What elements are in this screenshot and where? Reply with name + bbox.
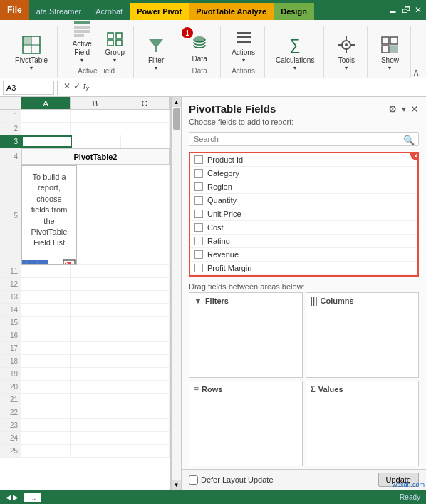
list-item[interactable]: Profit Margin [190, 262, 417, 275]
panel-settings-icon[interactable]: ⚙ [388, 103, 398, 115]
cell-a3[interactable] [21, 135, 72, 148]
scroll-up-btn[interactable]: ▲ [172, 97, 181, 107]
filter-drag-icon: ▼ [194, 296, 202, 306]
cell-b5[interactable] [77, 165, 123, 265]
list-item[interactable]: Unit Price [190, 207, 417, 221]
sheet-next-icon[interactable]: ▶ [13, 493, 19, 501]
table-row: 15 [0, 317, 170, 329]
tab-power-pivot[interactable]: Power Pivot [130, 3, 189, 20]
field-checkbox-quantity[interactable] [194, 196, 203, 205]
col-header-c[interactable]: C [120, 97, 170, 109]
confirm-formula-icon[interactable]: ✓ [73, 81, 80, 93]
svg-rect-16 [237, 41, 251, 43]
scroll-track[interactable] [172, 107, 181, 480]
svg-rect-27 [21, 260, 48, 265]
table-row: 14 [0, 304, 170, 317]
cell-a2[interactable] [21, 123, 71, 135]
table-row: 23 [0, 419, 170, 432]
filter-button[interactable]: Filter ▾ [141, 31, 171, 73]
close-icon[interactable]: ✕ [415, 5, 422, 15]
list-item[interactable]: Revenue [190, 248, 417, 262]
cell-b2[interactable] [71, 123, 120, 135]
file-button[interactable]: File [0, 0, 29, 20]
pivot-message-area[interactable]: To build a report, choose fields from th… [21, 165, 77, 265]
maximize-icon[interactable]: 🗗 [402, 5, 410, 15]
field-checkbox-product-id[interactable] [194, 155, 203, 164]
list-item[interactable]: Region [190, 180, 417, 194]
sheet-tab[interactable]: ... [24, 493, 41, 502]
ribbon-group-filter: Filter ▾ [135, 26, 177, 78]
formula-input[interactable] [98, 82, 423, 93]
cell-a4[interactable]: PivotTable2 [21, 148, 170, 165]
search-input[interactable] [189, 132, 419, 146]
active-field-button[interactable]: Active Field ▾ [65, 15, 99, 66]
scroll-thumb[interactable] [173, 108, 180, 130]
defer-checkbox[interactable] [189, 475, 198, 485]
table-row: 18 [0, 355, 170, 368]
filters-area[interactable]: ▼ Filters [189, 292, 303, 378]
tools-button[interactable]: Tools ▾ [331, 31, 361, 73]
svg-rect-5 [74, 26, 90, 29]
list-item[interactable]: Rating [190, 235, 417, 248]
cell-c2[interactable] [120, 123, 170, 135]
tab-pivottable-analyze[interactable]: PivotTable Analyze [189, 3, 274, 20]
rows-drag-icon: ≡ [194, 384, 199, 394]
group-button[interactable]: Group ▾ [102, 24, 128, 66]
panel-dropdown-icon[interactable]: ▾ [402, 104, 406, 114]
active-field-group-label: Active Field [78, 67, 115, 75]
field-checkbox-unit-price[interactable] [194, 210, 203, 218]
values-area[interactable]: Σ Values [306, 381, 420, 466]
cell-b1[interactable] [71, 110, 120, 122]
spreadsheet-rows: 1 2 3 4 Pivot [0, 110, 170, 458]
col-header-a[interactable]: A [21, 97, 71, 109]
svg-rect-4 [74, 21, 90, 24]
scroll-down-btn[interactable]: ▼ [172, 480, 181, 490]
pivottable-button[interactable]: PivotTable ▾ [11, 31, 51, 73]
cell-b3[interactable] [72, 135, 120, 148]
filter-icon [145, 34, 167, 56]
svg-rect-23 [382, 37, 389, 44]
calculations-button[interactable]: ∑ Calculations ▾ [272, 31, 318, 73]
insert-function-icon[interactable]: fx [83, 81, 89, 93]
tab-design[interactable]: Design [274, 3, 314, 20]
defer-label[interactable]: Defer Layout Update [189, 475, 274, 485]
spreadsheet-vscroll[interactable]: ▲ ▼ [171, 97, 181, 490]
sheet-prev-icon[interactable]: ◀ [6, 493, 11, 501]
main-area: A B C 1 2 3 [0, 97, 426, 490]
table-row: 4 PivotTable2 [0, 148, 170, 165]
panel-subtitle: Choose fields to add to report: [182, 118, 426, 129]
table-row: 2 [0, 123, 170, 135]
cancel-formula-icon[interactable]: ✕ [63, 81, 71, 93]
columns-area[interactable]: ||| Columns [306, 292, 420, 378]
list-item[interactable]: Category [190, 167, 417, 180]
show-button[interactable]: Show ▾ [375, 31, 405, 73]
list-item[interactable]: Cost [190, 221, 417, 235]
col-header-b[interactable]: B [71, 97, 120, 109]
field-checkbox-cost[interactable] [194, 223, 203, 232]
cell-c1[interactable] [120, 110, 170, 122]
cell-a1[interactable] [21, 110, 71, 122]
ribbon-group-actions: Actions ▾ Actions [222, 26, 265, 78]
list-item[interactable]: Quantity [190, 194, 417, 207]
cell-c3[interactable] [121, 135, 170, 148]
name-box[interactable] [3, 81, 54, 95]
ribbon-collapse-icon[interactable]: ∧ [412, 66, 420, 78]
list-item[interactable]: Product Id [190, 153, 417, 167]
field-checkbox-revenue[interactable] [194, 250, 203, 259]
drag-label: Drag fields between areas below: [182, 279, 426, 292]
svg-rect-8 [108, 33, 113, 38]
cell-c5[interactable] [123, 165, 170, 265]
rows-area[interactable]: ≡ Rows [189, 381, 303, 466]
field-list: 2 Product Id Category Region Quantity [189, 152, 419, 277]
actions-button[interactable]: Actions ▾ [228, 24, 259, 66]
field-checkbox-rating[interactable] [194, 237, 203, 245]
panel-close-icon[interactable]: ✕ [410, 103, 419, 115]
svg-rect-1 [23, 36, 31, 45]
field-checkbox-region[interactable] [194, 182, 203, 191]
field-checkbox-profit-margin[interactable] [194, 264, 203, 272]
field-checkbox-category[interactable] [194, 169, 203, 178]
minimize-icon[interactable]: 🗕 [389, 5, 398, 15]
panel-header-icons: ⚙ ▾ ✕ [388, 103, 419, 115]
table-row: 3 [0, 135, 170, 148]
svg-rect-14 [237, 32, 251, 34]
